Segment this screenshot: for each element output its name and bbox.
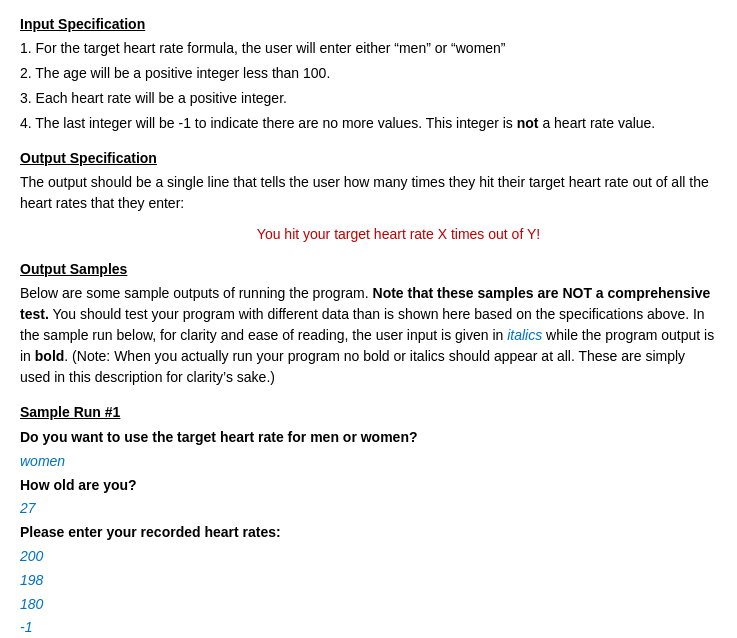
output-spec-description: The output should be a single line that … [20, 172, 717, 214]
input-spec-item3: 3. Each heart rate will be a positive in… [20, 88, 717, 109]
input-spec-item4-not: not [517, 115, 539, 131]
sample-run1-a2: 27 [20, 497, 717, 521]
output-samples-text4: . (Note: When you actually run your prog… [20, 348, 685, 385]
sample-run1-q3: Please enter your recorded heart rates: [20, 521, 717, 545]
sample-run1-content: Do you want to use the target heart rate… [20, 426, 717, 638]
output-samples-section: Output Samples Below are some sample out… [20, 261, 717, 388]
sample-run1-title: Sample Run #1 [20, 404, 717, 420]
output-specification-section: Output Specification The output should b… [20, 150, 717, 245]
input-spec-item2: 2. The age will be a positive integer le… [20, 63, 717, 84]
input-specification-section: Input Specification 1. For the target he… [20, 16, 717, 134]
sample-run1-rate3: 180 [20, 593, 717, 617]
input-spec-item1: 1. For the target heart rate formula, th… [20, 38, 717, 59]
sample-run1-rate1: 200 [20, 545, 717, 569]
sample-run1-q2: How old are you? [20, 474, 717, 498]
sample-run1-rate4: -1 [20, 616, 717, 638]
input-spec-title: Input Specification [20, 16, 717, 32]
sample-run1-rate2: 198 [20, 569, 717, 593]
output-samples-title: Output Samples [20, 261, 717, 277]
input-spec-item4: 4. The last integer will be -1 to indica… [20, 113, 717, 134]
output-spec-sample-line: You hit your target heart rate X times o… [20, 224, 717, 245]
output-samples-description: Below are some sample outputs of running… [20, 283, 717, 388]
output-samples-text1: Below are some sample outputs of running… [20, 285, 373, 301]
sample-run1-section: Sample Run #1 Do you want to use the tar… [20, 404, 717, 638]
sample-run1-q1: Do you want to use the target heart rate… [20, 426, 717, 450]
output-spec-title: Output Specification [20, 150, 717, 166]
input-spec-item4-text2: a heart rate value. [539, 115, 656, 131]
sample-run1-a1: women [20, 450, 717, 474]
output-samples-italic: italics [507, 327, 542, 343]
output-samples-bold2: bold [35, 348, 65, 364]
input-spec-item4-text1: 4. The last integer will be -1 to indica… [20, 115, 517, 131]
